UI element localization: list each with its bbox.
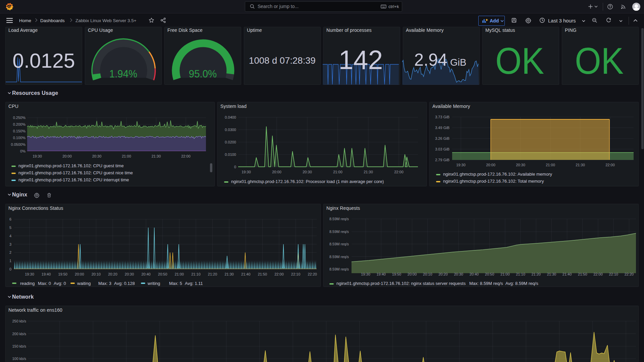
svg-text:100 kb/s: 100 kb/s [12, 357, 26, 361]
svg-text:250 kb/s: 250 kb/s [12, 319, 26, 323]
svg-text:200 kb/s: 200 kb/s [12, 332, 26, 336]
svg-text:150 kb/s: 150 kb/s [12, 344, 26, 348]
